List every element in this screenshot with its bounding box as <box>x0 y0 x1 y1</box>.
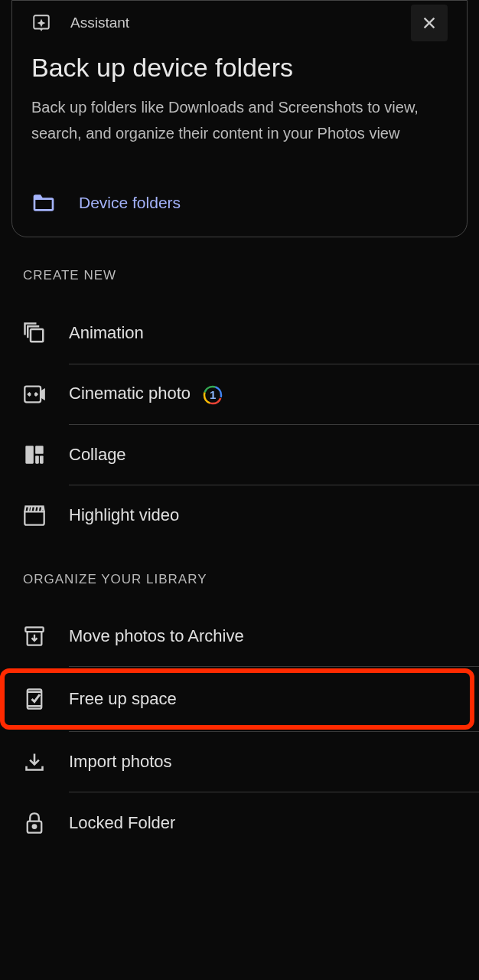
svg-point-14 <box>33 825 37 828</box>
organize-header: ORGANIZE YOUR LIBRARY <box>0 572 479 587</box>
import-icon <box>23 751 46 773</box>
highlight-video-icon <box>23 505 46 526</box>
collage-label: Collage <box>69 445 456 465</box>
svg-rect-8 <box>35 446 43 454</box>
svg-rect-10 <box>40 456 44 464</box>
google-one-badge: 1 <box>203 385 223 405</box>
collage-icon <box>23 444 46 466</box>
collage-item[interactable]: Collage <box>0 425 479 485</box>
header-left: Assistant <box>31 13 129 33</box>
create-new-header: CREATE NEW <box>0 268 479 283</box>
svg-rect-7 <box>25 446 34 463</box>
free-up-label: Free up space <box>69 689 451 709</box>
device-folders-label: Device folders <box>79 194 181 212</box>
free-up-icon <box>23 688 46 710</box>
animation-label: Animation <box>69 323 456 343</box>
locked-folder-item[interactable]: Locked Folder <box>0 792 479 854</box>
cinematic-text: Cinematic photo <box>69 384 191 403</box>
highlight-video-label: Highlight video <box>69 505 456 525</box>
highlight-video-item[interactable]: Highlight video <box>0 485 479 545</box>
assistant-label: Assistant <box>70 15 129 31</box>
cinematic-label: Cinematic photo 1 <box>69 384 456 405</box>
archive-item[interactable]: Move photos to Archive <box>0 606 479 666</box>
archive-icon <box>23 626 46 647</box>
device-folders-action[interactable]: Device folders <box>31 192 448 214</box>
svg-rect-9 <box>35 456 39 464</box>
backup-card: Assistant Back up device folders Back up… <box>11 0 468 237</box>
free-up-highlight: Free up space <box>0 668 474 730</box>
cinematic-icon <box>23 384 46 404</box>
import-item[interactable]: Import photos <box>0 732 479 792</box>
card-title: Back up device folders <box>31 53 448 83</box>
cinematic-item[interactable]: Cinematic photo 1 <box>0 364 479 424</box>
one-badge-text: 1 <box>210 388 216 401</box>
assistant-icon <box>31 13 51 33</box>
animation-item[interactable]: Animation <box>0 302 479 364</box>
animation-icon <box>23 322 46 345</box>
close-button[interactable] <box>411 5 448 41</box>
locked-folder-label: Locked Folder <box>69 813 456 833</box>
free-up-item[interactable]: Free up space <box>5 673 470 725</box>
card-description: Back up folders like Downloads and Scree… <box>31 94 448 146</box>
divider <box>69 666 479 667</box>
svg-rect-1 <box>31 329 43 341</box>
card-header: Assistant <box>31 1 448 53</box>
folder-icon <box>31 192 56 214</box>
lock-icon <box>23 812 46 835</box>
archive-label: Move photos to Archive <box>69 626 456 646</box>
import-label: Import photos <box>69 752 456 772</box>
svg-rect-11 <box>25 627 43 632</box>
